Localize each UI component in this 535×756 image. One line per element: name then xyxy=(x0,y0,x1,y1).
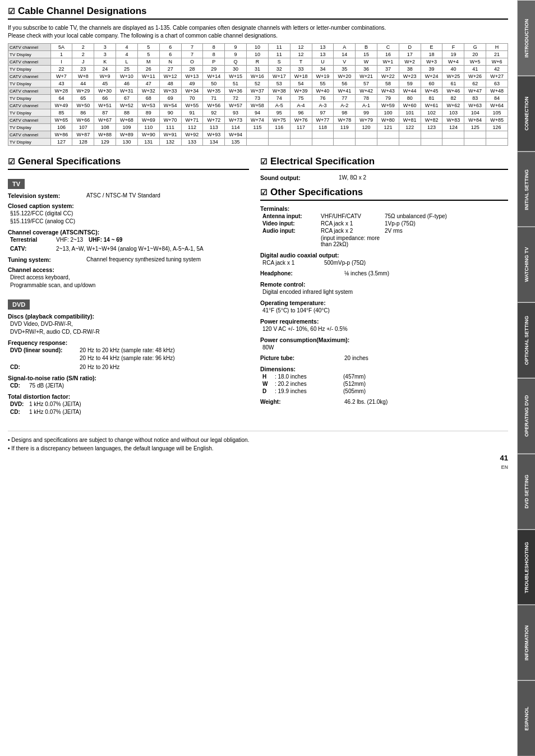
tuning-system-row: Tuning system: Channel frequency synthes… xyxy=(8,256,249,263)
dim-h-label: H xyxy=(262,374,274,380)
sound-output-value: 1W, 8Ω x 2 xyxy=(339,174,366,181)
tab-dvd-setting[interactable]: DVD SETTING xyxy=(518,454,535,529)
dim-w-value: : 20.2 inches xyxy=(275,381,342,387)
power-con-value: 80W xyxy=(262,344,508,351)
antenna-value: VHF/UHF/CATV xyxy=(321,213,382,219)
channel-coverage-values: Terrestrial VHF: 2~13 UHF: 14 ~ 69 CATV:… xyxy=(10,236,249,253)
channel-access-label: Channel access: xyxy=(8,266,249,273)
check-icon-general: ☑ xyxy=(8,157,15,166)
dim-d-label: D xyxy=(262,388,274,394)
dim-w-mm: (512mm) xyxy=(343,381,377,387)
discs-label: Discs (playback compatibility): xyxy=(8,313,249,320)
digital-audio-impedance: 500mVp-p (75Ω) xyxy=(324,260,508,266)
tab-connection[interactable]: CONNECTION xyxy=(518,76,535,151)
distortion-row: Total distortion factor: DVD: 1 kHz 0.07… xyxy=(8,393,249,416)
dim-h-mm: (457mm) xyxy=(343,374,377,380)
general-specs-section: ☑ General Specifications TV Television s… xyxy=(8,156,249,420)
audio-note: (input impedance: more than 22kΩ) xyxy=(321,235,382,247)
op-temp-label: Operating temperature: xyxy=(260,299,508,306)
electrical-section: ☑ Electrical Specification Sound output:… xyxy=(260,156,508,181)
other-specs-section: ☑ Other Specifications Terminals: Antenn… xyxy=(260,187,508,405)
terminals-label: Terminals: xyxy=(260,205,508,212)
dim-d-value: : 19.9 inches xyxy=(275,388,342,394)
tuning-value: Channel frequency synthesized tuning sys… xyxy=(86,256,201,262)
dim-d-mm: (505mm) xyxy=(343,388,377,394)
picture-tube-label: Picture tube: xyxy=(260,355,344,361)
tab-information[interactable]: INFORMATION xyxy=(518,605,535,680)
digital-audio-label: Digital audio coaxial output: xyxy=(260,252,508,259)
audio-value: RCA jack x 2 xyxy=(321,228,382,234)
distortion-label: Total distortion factor: xyxy=(8,393,249,400)
dimensions-row: Dimensions: H : 18.0 inches (457mm) W : … xyxy=(260,366,508,394)
tab-optional-setting[interactable]: OPTIONAL SETTING xyxy=(518,302,535,378)
tv-system-row: Television system: ATSC / NTSC-M TV Stan… xyxy=(8,192,249,199)
electrical-heading: ☑ Electrical Specification xyxy=(260,156,508,170)
freq-label: Frequency response: xyxy=(8,339,249,346)
weight-value: 46.2 lbs. (21.0kg) xyxy=(344,399,508,405)
snr-row: Signal-to-noise ratio (S/N ratio): CD: 7… xyxy=(8,375,249,390)
audio-label: Audio input: xyxy=(262,228,319,234)
channel-coverage-label: Channel coverage (ATSC/NTSC): xyxy=(8,229,249,236)
tab-espanol[interactable]: ESPANOL xyxy=(518,680,535,756)
footer-note2: • If there is a discrepancy between lang… xyxy=(8,445,508,451)
video-value: RCA jack x 1 xyxy=(321,220,382,227)
op-temp-value: 41°F (5°C) to 104°F (40°C) xyxy=(262,307,508,314)
general-specs-heading: ☑ General Specifications xyxy=(8,156,249,170)
tuning-label: Tuning system: xyxy=(8,256,86,263)
check-icon-elec: ☑ xyxy=(260,157,268,166)
channel-coverage-row: Channel coverage (ATSC/NTSC): Terrestria… xyxy=(8,229,249,253)
digital-audio-value: RCA jack x 1 xyxy=(262,260,324,266)
discs-row: Discs (playback compatibility): DVD Vide… xyxy=(8,313,249,336)
power-req-value: 120 V AC +/- 10%, 60 Hz +/- 0.5% xyxy=(262,326,508,332)
side-tabs: INTRODUCTION CONNECTION INITIAL SETTING … xyxy=(517,0,535,756)
power-req-row: Power requirements: 120 V AC +/- 10%, 60… xyxy=(260,318,508,332)
audio-impedance: 2V rms xyxy=(385,228,508,234)
footer-note1: • Designs and specifications are subject… xyxy=(8,437,508,443)
cable-heading-text: Cable Channel Designations xyxy=(18,6,147,17)
tab-operating-dvd[interactable]: OPERATING DVD xyxy=(518,378,535,454)
page-number: 41 EN xyxy=(8,454,508,471)
remote-row: Remote control: Digital encoded infrared… xyxy=(260,281,508,295)
video-label: Video input: xyxy=(262,220,319,227)
picture-tube-row: Picture tube: 20 inches xyxy=(260,355,508,361)
headphone-value: ⅛ inches (3.5mm) xyxy=(344,270,508,276)
antenna-impedance: 75Ω unbalanced (F-type) xyxy=(385,213,508,219)
tab-introduction[interactable]: INTRODUCTION xyxy=(518,0,535,76)
remote-label: Remote control: xyxy=(260,281,508,288)
remote-value: Digital encoded infrared light system xyxy=(262,289,508,295)
power-con-row: Power consumption(Maximum): 80W xyxy=(260,336,508,351)
closed-caption-row: Closed caption system: §15.122/FCC (digi… xyxy=(8,202,249,225)
dimensions-label: Dimensions: xyxy=(260,366,508,372)
catv-label: CATV channel xyxy=(8,44,51,51)
headphone-label: Headphone: xyxy=(260,270,344,276)
channel-access-row: Channel access: Direct access keyboard, … xyxy=(8,266,249,289)
cable-section: ☑ Cable Channel Designations If you subs… xyxy=(8,6,508,146)
tab-watching-tv[interactable]: WATCHING TV xyxy=(518,227,535,302)
tv-system-value: ATSC / NTSC-M TV Standard xyxy=(86,192,160,199)
picture-tube-value: 20 inches xyxy=(344,355,508,361)
tab-initial-setting[interactable]: INITIAL SETTING xyxy=(518,151,535,227)
terminals-row: Terminals: Antenna input: VHF/UHF/CATV 7… xyxy=(260,205,508,247)
video-impedance: 1Vp-p (75Ω) xyxy=(385,220,508,227)
cable-desc1: If you subscribe to cable TV, the channe… xyxy=(8,24,508,40)
power-req-label: Power requirements: xyxy=(260,318,508,325)
weight-label: Weight: xyxy=(260,399,344,405)
other-specs-heading: ☑ Other Specifications xyxy=(260,187,508,201)
op-temp-row: Operating temperature: 41°F (5°C) to 104… xyxy=(260,299,508,314)
electrical-title: Electrical Specification xyxy=(270,156,375,167)
general-specs-title: General Specifications xyxy=(18,156,121,167)
sound-output-row: Sound output: 1W, 8Ω x 2 xyxy=(260,174,508,181)
digital-audio-row: Digital audio coaxial output: RCA jack x… xyxy=(260,252,508,266)
closed-caption-label: Closed caption system: xyxy=(8,202,249,209)
other-specs-title: Other Specifications xyxy=(270,187,363,198)
snr-label: Signal-to-noise ratio (S/N ratio): xyxy=(8,375,249,381)
footer-notes: • Designs and specifications are subject… xyxy=(8,431,508,451)
dvd-subheading: DVD xyxy=(8,299,30,310)
dim-h-value: : 18.0 inches xyxy=(275,374,342,380)
closed-caption-val1: §15.122/FCC (digital CC) §15.119/FCC (an… xyxy=(10,210,249,225)
specs-columns: ☑ General Specifications TV Television s… xyxy=(8,156,508,420)
right-specs-section: ☑ Electrical Specification Sound output:… xyxy=(260,156,508,420)
tab-troubleshooting[interactable]: TROUBLESHOOTING xyxy=(518,529,535,605)
cable-heading: ☑ Cable Channel Designations xyxy=(8,6,508,20)
dim-w-label: W xyxy=(262,381,274,387)
